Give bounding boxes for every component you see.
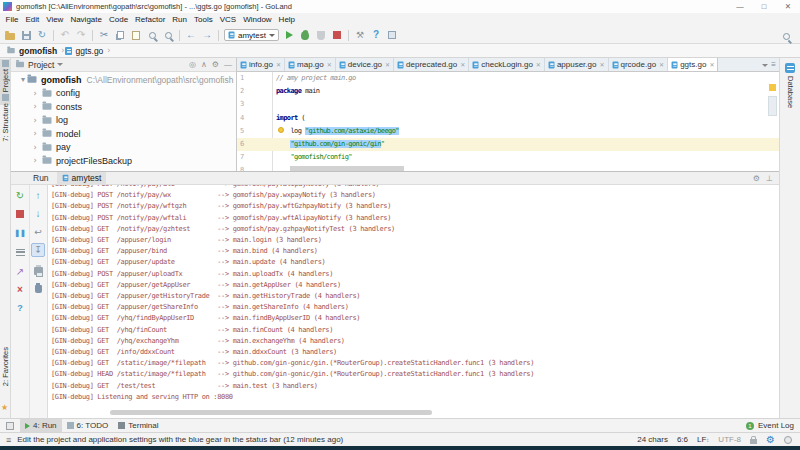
settings-blue-gear-icon[interactable]: ⚙ <box>766 434 775 445</box>
rerun-icon[interactable]: ↻ <box>13 189 27 203</box>
chevron-collapsed-icon[interactable]: › <box>31 116 39 125</box>
tab-qrcode.go[interactable]: qrcode.go✕ <box>609 58 669 71</box>
lock-icon[interactable] <box>750 439 757 444</box>
event-log-button[interactable]: Event Log <box>758 419 794 433</box>
run-config-select[interactable]: amytest <box>224 29 279 41</box>
console-icon[interactable] <box>13 245 27 259</box>
close-tab-icon[interactable]: ✕ <box>599 61 604 68</box>
sidebar-item-favorites[interactable]: 2: Favorites <box>1 347 10 386</box>
copy-icon[interactable] <box>113 28 128 43</box>
menu-refactor[interactable]: Refactor <box>132 13 169 27</box>
minimize-button[interactable]: — <box>728 0 752 13</box>
pin-icon[interactable]: ↗ <box>13 265 27 279</box>
menu-code[interactable]: Code <box>105 13 131 27</box>
forward-icon[interactable]: → <box>200 28 215 43</box>
menu-vcs[interactable]: VCS <box>216 13 239 27</box>
encoding-indicator[interactable]: UTF-8 <box>718 435 741 444</box>
stop-button[interactable] <box>330 28 345 43</box>
tab-checkLogin.go[interactable]: checkLogin.go✕ <box>469 58 545 71</box>
tab-map.go[interactable]: map.go✕ <box>285 58 336 71</box>
paste-icon[interactable] <box>129 28 144 43</box>
console-hscrollbar[interactable] <box>110 410 432 415</box>
breadcrumb-item[interactable]: gomofish <box>6 46 60 56</box>
chevron-collapsed-icon[interactable]: › <box>31 89 39 98</box>
close-run-icon[interactable]: × <box>13 283 27 297</box>
hide-panel-icon[interactable]: — <box>224 61 232 69</box>
stop-icon[interactable] <box>13 207 27 221</box>
menu-tools[interactable]: Tools <box>191 13 217 27</box>
open-icon[interactable] <box>3 28 18 43</box>
tab-device.go[interactable]: device.go✕ <box>336 58 394 71</box>
coverage-button[interactable] <box>314 28 329 43</box>
back-icon[interactable]: ← <box>184 28 199 43</box>
close-tab-icon[interactable]: ✕ <box>709 61 714 68</box>
toolwin-todo-button[interactable]: 6: TODO <box>62 419 114 433</box>
up-stack-icon[interactable]: ↑ <box>31 189 45 203</box>
tree-folder-consts[interactable]: ›consts <box>11 100 236 114</box>
scroll-to-end-icon[interactable]: ↧ <box>31 243 45 257</box>
run-tab-amytest[interactable]: amytest <box>57 172 107 185</box>
menu-view[interactable]: View <box>43 13 67 27</box>
menu-window[interactable]: Window <box>240 13 275 27</box>
menu-file[interactable]: File <box>2 13 22 27</box>
settings-gear-icon[interactable]: ⚙ <box>212 61 219 69</box>
replace-icon[interactable] <box>161 28 176 43</box>
tab-ggts.go[interactable]: ggts.go✕ <box>668 58 718 71</box>
run-hide-icon[interactable]: ⊥ <box>766 175 773 183</box>
tree-folder-log[interactable]: ›log <box>11 114 236 128</box>
maximize-button[interactable]: □ <box>752 0 776 13</box>
ssh-tool-icon[interactable]: ⚒ <box>353 28 368 43</box>
print-icon[interactable] <box>31 263 45 277</box>
editor-scrollbar[interactable] <box>767 72 779 171</box>
tab-info.go[interactable]: info.go✕ <box>237 58 285 71</box>
code-editor[interactable]: 1// amy project main.go2package main34im… <box>237 72 779 171</box>
close-button[interactable]: ✕ <box>776 0 800 13</box>
clear-icon[interactable] <box>31 281 45 295</box>
search-everywhere-icon[interactable] <box>783 32 790 42</box>
collapse-all-icon[interactable]: ∧ <box>201 61 207 69</box>
tree-folder-pay[interactable]: ›pay <box>11 141 236 155</box>
debug-button[interactable] <box>298 28 313 43</box>
inspector-profile-icon[interactable] <box>784 436 792 444</box>
soft-wrap-icon[interactable]: ↩ <box>31 225 45 239</box>
menu-edit[interactable]: Edit <box>22 13 43 27</box>
tree-folder-model[interactable]: ›model <box>11 127 236 141</box>
close-tab-icon[interactable]: ✕ <box>536 61 541 68</box>
tab-appuser.go[interactable]: appuser.go✕ <box>545 58 609 71</box>
close-tab-icon[interactable]: ✕ <box>659 61 664 68</box>
close-tab-icon[interactable]: ✕ <box>276 61 281 68</box>
tree-folder-projectFilesBackup[interactable]: ›projectFilesBackup <box>11 154 236 168</box>
chevron-expanded-icon[interactable]: ▾ <box>19 75 27 84</box>
chevron-collapsed-icon[interactable]: › <box>31 129 39 138</box>
chevron-collapsed-icon[interactable]: › <box>31 156 39 165</box>
tree-root-gomofish[interactable]: ▾gomofishC:\AllEnvironment\gopath\src\go… <box>11 73 236 87</box>
tab-deprecated.go[interactable]: deprecated.go✕ <box>394 58 469 71</box>
undo-icon[interactable]: ↶ <box>58 28 73 43</box>
pause-icon[interactable]: ❚❚ <box>13 225 27 239</box>
project-panel-title[interactable]: Project <box>28 60 54 70</box>
down-stack-icon[interactable]: ↓ <box>31 207 45 221</box>
toolwin-run-button[interactable]: 4: Run <box>20 419 62 433</box>
plugin-icon[interactable] <box>385 28 400 43</box>
run-button[interactable] <box>282 28 297 43</box>
redo-icon[interactable]: ↷ <box>74 28 89 43</box>
locate-icon[interactable]: ◎ <box>189 61 196 69</box>
help-icon[interactable]: ? <box>369 28 384 43</box>
sidebar-item-database[interactable]: Database <box>786 76 795 108</box>
hidden-tabs-icon[interactable] <box>762 64 768 67</box>
chevron-collapsed-icon[interactable]: › <box>31 102 39 111</box>
tool-window-access-icon[interactable] <box>6 422 14 430</box>
caret-position[interactable]: 6:6 <box>677 435 688 444</box>
run-help-icon[interactable]: ? <box>13 301 27 315</box>
chevron-collapsed-icon[interactable]: › <box>31 143 39 152</box>
breadcrumb-item[interactable]: ggts.go <box>65 46 106 56</box>
close-tab-icon[interactable]: ✕ <box>460 61 465 68</box>
menu-run[interactable]: Run <box>169 13 191 27</box>
tab-list-icon[interactable]: ≡ <box>771 61 776 69</box>
menu-help[interactable]: Help <box>275 13 298 27</box>
close-tab-icon[interactable]: ✕ <box>385 61 390 68</box>
status-menu-icon[interactable]: ≡ <box>6 435 11 445</box>
sync-icon[interactable]: ↻ <box>35 28 50 43</box>
find-icon[interactable] <box>145 28 160 43</box>
save-icon[interactable] <box>19 28 34 43</box>
